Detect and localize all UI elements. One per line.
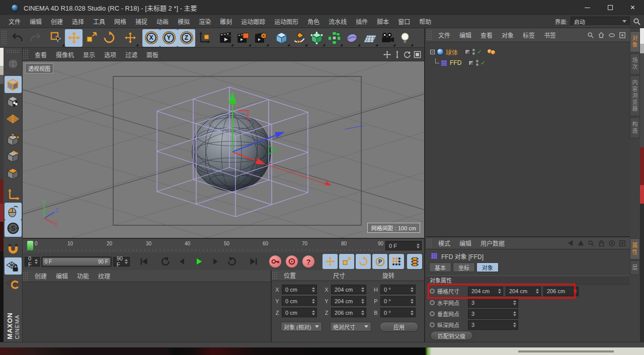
close-button[interactable]: ✕ (621, 0, 644, 15)
om-home-icon[interactable] (598, 32, 605, 39)
interface-dropdown[interactable]: 启动 (571, 17, 630, 26)
menu-script[interactable]: 脚本 (372, 17, 393, 26)
position-y-field[interactable]: 0 cm (282, 296, 317, 306)
material-menu-grip[interactable] (23, 272, 28, 281)
material-list-empty[interactable] (23, 282, 271, 342)
tab-coordinates[interactable]: 坐标 (453, 262, 475, 272)
om-menu-file[interactable]: 文件 (434, 31, 455, 39)
render-view-button[interactable] (216, 29, 234, 47)
object-row-sphere[interactable]: 球体 ✓ (430, 46, 497, 57)
tab-basic[interactable]: 基本 (429, 262, 451, 272)
size-x-field[interactable]: 204 cm (331, 285, 366, 294)
current-frame-field[interactable]: 0 F (385, 241, 422, 250)
menu-mograph[interactable]: 运动图形 (270, 17, 303, 26)
add-spline-pen-button[interactable] (290, 29, 308, 47)
render-settings-button[interactable] (252, 29, 269, 47)
timeline-window-button[interactable] (407, 254, 422, 269)
coordinate-grip[interactable] (272, 272, 277, 280)
add-deformer-button[interactable] (343, 29, 361, 47)
mat-menu-create[interactable]: 创建 (30, 272, 51, 280)
add-mograph-button[interactable] (326, 29, 343, 47)
edges-mode-button[interactable] (5, 148, 22, 165)
record-keyframe-button[interactable] (268, 254, 283, 269)
play-button[interactable] (191, 254, 206, 269)
scale-tool[interactable] (83, 29, 100, 47)
points-mode-button[interactable] (5, 131, 22, 148)
size-mode-dropdown[interactable]: 绝对尺寸 (330, 322, 371, 331)
magnet-snap-button[interactable] (5, 240, 22, 257)
rotation-h-field[interactable]: 0 ° (380, 285, 416, 294)
am-menu-userdata[interactable]: 用户数据 (476, 239, 509, 247)
toolbar-grip[interactable] (1, 30, 7, 45)
object-name[interactable]: 球体 (446, 48, 458, 56)
size-y-field[interactable]: 204 cm (331, 296, 366, 306)
redo-button[interactable] (26, 29, 44, 47)
goto-end-button[interactable] (246, 254, 261, 269)
menu-help[interactable]: 帮助 (415, 17, 436, 26)
menu-file[interactable]: 文件 (4, 17, 25, 26)
menu-render[interactable]: 渲染 (194, 17, 215, 26)
mat-menu-function[interactable]: 功能 (72, 272, 94, 280)
key-position-button[interactable] (323, 254, 338, 269)
side-tab-takes[interactable]: 场次 (630, 53, 640, 74)
lock-x-axis-button[interactable]: X (142, 29, 160, 47)
keyframe-radio-icon[interactable] (430, 322, 435, 327)
key-scale-button[interactable] (339, 254, 354, 269)
vp-menu-options[interactable]: 选项 (100, 50, 121, 59)
position-z-field[interactable]: 0 cm (282, 308, 317, 317)
lock-z-axis-button[interactable]: Z (178, 29, 195, 47)
menu-simulate[interactable]: 模拟 (173, 17, 194, 26)
menu-animate[interactable]: 动画 (152, 17, 173, 26)
texture-mode-button[interactable] (5, 93, 22, 110)
keyframe-radio-icon[interactable] (430, 300, 435, 305)
goto-start-button[interactable] (136, 254, 151, 269)
object-properties-section[interactable]: 对象属性 (426, 276, 630, 285)
menu-character[interactable]: 角色 (303, 17, 324, 26)
key-parameter-button[interactable]: P (372, 254, 387, 269)
grid-size-z-field[interactable]: 206 cm (543, 287, 579, 296)
om-grip[interactable] (426, 30, 432, 40)
menu-sculpt[interactable]: 雕刻 (215, 17, 236, 26)
enabled-check-icon[interactable]: ✓ (477, 48, 482, 55)
object-row-ffd[interactable]: FFD ✓ (433, 57, 486, 68)
model-mode-button[interactable] (5, 76, 22, 93)
add-subdivision-surface-button[interactable] (308, 29, 326, 47)
add-camera-button[interactable] (378, 29, 396, 47)
layer-toggle-icon[interactable] (465, 49, 470, 55)
size-z-field[interactable]: 206 cm (331, 308, 366, 317)
position-x-field[interactable]: 0 cm (282, 285, 317, 294)
rotation-p-field[interactable]: 0 ° (380, 296, 416, 306)
previous-key-button[interactable] (158, 254, 173, 269)
menu-tools[interactable]: 工具 (89, 17, 110, 26)
phong-tag-icon[interactable] (487, 48, 497, 55)
viewport-solo-button[interactable] (5, 203, 22, 220)
side-tab-attributes[interactable]: 属性 (630, 238, 640, 259)
workplane-lock-button[interactable] (5, 257, 22, 275)
vp-menu-display[interactable]: 显示 (78, 50, 100, 59)
end-frame-field[interactable]: 90 F (113, 257, 130, 267)
search-icon[interactable] (633, 18, 641, 26)
start-frame-field[interactable]: 0 F (25, 257, 40, 267)
mat-menu-edit[interactable]: 编辑 (51, 272, 72, 280)
add-light-button[interactable] (396, 29, 414, 47)
timeline-playhead[interactable] (27, 240, 34, 251)
key-rotation-button[interactable] (356, 254, 371, 269)
vp-menu-view[interactable]: 查看 (30, 50, 51, 59)
viewport-maximize-icon[interactable] (414, 51, 421, 58)
am-lock-icon[interactable] (598, 240, 605, 247)
make-editable-button[interactable] (5, 55, 22, 72)
menu-snap[interactable]: 捕捉 (131, 17, 152, 26)
am-search-icon[interactable] (588, 240, 595, 247)
am-target-icon[interactable] (608, 240, 615, 247)
keyframe-radio-icon[interactable] (430, 311, 435, 316)
menu-edit[interactable]: 编辑 (25, 17, 46, 26)
next-frame-button[interactable] (208, 254, 223, 269)
perspective-viewport[interactable]: 透视视图 网格间距 : 100 cm Y Z X (23, 61, 424, 238)
am-back-icon[interactable] (567, 240, 574, 246)
apply-button[interactable]: 应用 (379, 322, 419, 332)
menu-plugins[interactable]: 插件 (351, 17, 372, 26)
vp-menu-filter[interactable]: 过滤 (121, 50, 142, 59)
side-tab-layers[interactable]: 层 (630, 260, 640, 275)
mat-menu-texture[interactable]: 纹理 (94, 272, 115, 280)
rotate-tool[interactable] (100, 29, 118, 47)
